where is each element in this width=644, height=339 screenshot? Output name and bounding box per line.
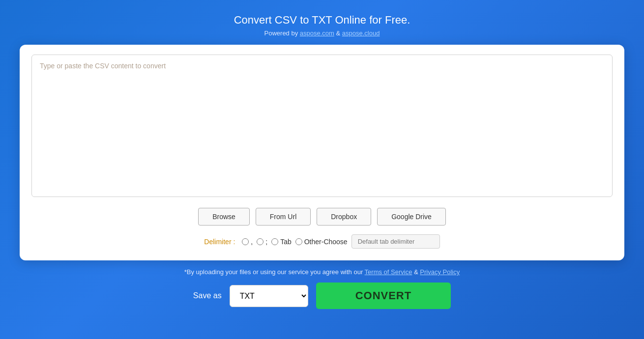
header: Convert CSV to TXT Online for Free. Powe… [234, 0, 410, 45]
footer-text: *By uploading your files or using our se… [184, 268, 365, 276]
main-card: Browse From Url Dropbox Google Drive Del… [20, 45, 624, 260]
dropbox-button[interactable]: Dropbox [317, 208, 371, 226]
delimiter-other-option[interactable]: Other-Choose [295, 238, 348, 246]
aspose-cloud-link[interactable]: aspose.cloud [342, 29, 380, 37]
delimiter-semicolon-label: ; [265, 238, 267, 246]
google-drive-button[interactable]: Google Drive [377, 208, 446, 226]
delimiter-custom-input[interactable] [351, 234, 440, 249]
save-as-select[interactable]: TXT CSV JSON XML [230, 285, 308, 307]
page-title: Convert CSV to TXT Online for Free. [234, 14, 410, 27]
delimiter-semicolon-radio[interactable] [257, 238, 263, 245]
convert-button[interactable]: CONVERT [316, 282, 451, 309]
delimiter-other-radio[interactable] [295, 238, 302, 245]
bottom-bar: Save as TXT CSV JSON XML CONVERT [193, 282, 451, 309]
csv-textarea[interactable] [31, 55, 613, 197]
footer-section: *By uploading your files or using our se… [184, 268, 460, 276]
browse-button[interactable]: Browse [198, 208, 250, 226]
delimiter-tab-option[interactable]: Tab [271, 238, 292, 246]
separator: & [336, 29, 342, 37]
powered-by-text: Powered by [264, 29, 300, 37]
delimiter-comma-label: , [251, 238, 253, 246]
delimiter-comma-radio[interactable] [242, 238, 249, 245]
delimiter-tab-label: Tab [280, 238, 292, 246]
privacy-policy-link[interactable]: Privacy Policy [420, 268, 460, 276]
save-as-label: Save as [193, 291, 222, 300]
from-url-button[interactable]: From Url [256, 208, 311, 226]
footer-amp: & [414, 268, 420, 276]
delimiter-comma-option[interactable]: , [242, 238, 253, 246]
delimiter-other-label: Other-Choose [304, 238, 348, 246]
header-subtitle: Powered by aspose.com & aspose.cloud [234, 29, 410, 37]
file-buttons-row: Browse From Url Dropbox Google Drive [31, 208, 613, 226]
aspose-com-link[interactable]: aspose.com [300, 29, 334, 37]
delimiter-row: Delimiter : , ; Tab Other-Choose [31, 234, 613, 249]
delimiter-tab-radio[interactable] [271, 238, 278, 245]
delimiter-semicolon-option[interactable]: ; [257, 238, 267, 246]
delimiter-label: Delimiter : [204, 238, 235, 246]
terms-of-service-link[interactable]: Terms of Service [365, 268, 412, 276]
